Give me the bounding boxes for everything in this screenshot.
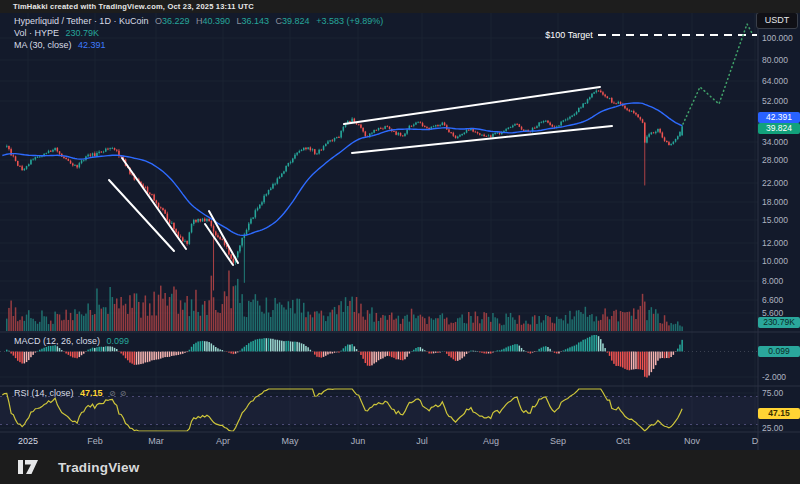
currency-unit-button[interactable]: USDT: [756, 12, 798, 29]
volume-label: Vol · HYPE: [14, 28, 59, 38]
brand-bar: TradingView: [0, 450, 800, 484]
svg-text:6.600: 6.600: [762, 295, 784, 305]
rsi-legend[interactable]: RSI (14, close) 47.15 ⊘⊘: [14, 388, 127, 398]
svg-text:May: May: [281, 436, 299, 446]
projection-path[interactable]: [683, 24, 752, 124]
svg-text:8.000: 8.000: [762, 276, 784, 286]
ma-price-tag: 42.391: [758, 112, 800, 123]
watermark-text: TimHakki created with TradingView.com, O…: [13, 2, 254, 11]
channel-trendlines: [109, 87, 612, 265]
svg-text:64.000: 64.000: [762, 76, 788, 86]
ma-line: [2, 103, 682, 235]
candles: [6, 89, 683, 290]
svg-text:Nov: Nov: [684, 436, 701, 446]
svg-text:15.000: 15.000: [762, 215, 788, 225]
svg-text:12.000: 12.000: [762, 238, 788, 248]
macd-legend[interactable]: MACD (12, 26, close) 0.099: [14, 336, 129, 346]
macd-value-tag: 0.099: [758, 346, 800, 357]
svg-text:100.000: 100.000: [762, 33, 793, 43]
high-value: 40.390: [202, 16, 230, 26]
svg-text:Sep: Sep: [550, 436, 566, 446]
tradingview-logo-text: TradingView: [58, 460, 139, 475]
symbol-legend[interactable]: Hyperliquid / Tether · 1D · KuCoin O36.2…: [14, 16, 383, 26]
close-value: 39.824: [282, 16, 310, 26]
rsi-value-tag: 47.15: [758, 408, 800, 419]
macd-value: 0.099: [107, 336, 130, 346]
macd-label: MACD (12, 26, close): [14, 336, 100, 346]
ma-legend[interactable]: MA (30, close) 42.391: [14, 40, 106, 50]
symbol-title: Hyperliquid / Tether · 1D · KuCoin: [14, 16, 148, 26]
open-key: O: [155, 16, 162, 26]
svg-text:-2.000: -2.000: [762, 372, 786, 382]
svg-text:Apr: Apr: [216, 436, 230, 446]
volume-legend[interactable]: Vol · HYPE 230.79K: [14, 28, 99, 38]
svg-text:Jul: Jul: [416, 436, 428, 446]
svg-text:10.000: 10.000: [762, 256, 788, 266]
pane-separators: [0, 13, 800, 450]
svg-text:D: D: [752, 436, 759, 446]
svg-text:80.000: 80.000: [762, 55, 788, 65]
rsi-value: 47.15: [80, 388, 103, 398]
svg-text:22.000: 22.000: [762, 178, 788, 188]
rsi-label: RSI (14, close): [14, 388, 74, 398]
ma-value: 42.391: [78, 40, 106, 50]
svg-text:Mar: Mar: [148, 436, 164, 446]
rsi-hidden-toggle-icon[interactable]: ⊘: [109, 389, 116, 398]
svg-text:Feb: Feb: [87, 436, 103, 446]
svg-text:18.000: 18.000: [762, 197, 788, 207]
volume-series: [6, 271, 683, 331]
svg-text:Jun: Jun: [351, 436, 366, 446]
volume-value-tag: 230.79K: [758, 317, 800, 328]
low-value: 36.143: [242, 16, 270, 26]
svg-text:Oct: Oct: [616, 436, 631, 446]
last-price-tag: 39.824: [758, 123, 800, 134]
target-annotation-label[interactable]: $100 Target: [540, 30, 598, 40]
time-axis-labels[interactable]: 2025FebMarAprMayJunJulAugSepOctNovD: [18, 436, 759, 446]
svg-text:25.00: 25.00: [762, 423, 784, 433]
svg-text:34.000: 34.000: [762, 137, 788, 147]
svg-text:28.000: 28.000: [762, 155, 788, 165]
svg-text:2025: 2025: [18, 436, 38, 446]
svg-text:75.00: 75.00: [762, 388, 784, 398]
volume-value: 230.79K: [66, 28, 100, 38]
ma-label: MA (30, close): [14, 40, 72, 50]
rsi-hidden-toggle-icon-2[interactable]: ⊘: [120, 389, 127, 398]
price-axis-labels[interactable]: 100.00080.00064.00052.00034.00028.00022.…: [762, 33, 793, 433]
tradingview-logo-icon: [16, 457, 50, 477]
tradingview-snapshot: TimHakki created with TradingView.com, O…: [0, 0, 800, 484]
open-value: 36.229: [162, 16, 190, 26]
svg-text:52.000: 52.000: [762, 96, 788, 106]
change-value: +3.583 (+9.89%): [316, 16, 383, 26]
watermark-bar: TimHakki created with TradingView.com, O…: [0, 0, 800, 13]
svg-text:Aug: Aug: [483, 436, 499, 446]
chart-canvas[interactable]: 100.00080.00064.00052.00034.00028.00022.…: [0, 0, 800, 484]
